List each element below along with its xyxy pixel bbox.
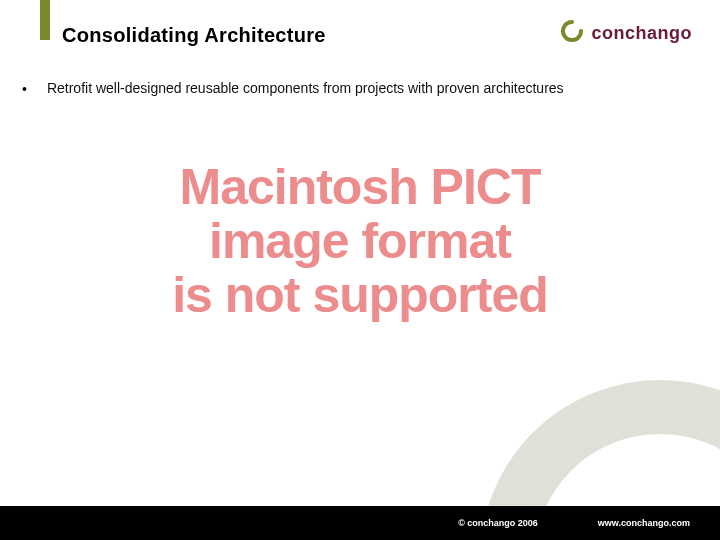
pict-error-line: image format xyxy=(0,214,720,268)
bullet-item: • Retrofit well-designed reusable compon… xyxy=(22,80,564,98)
logo-icon xyxy=(559,20,585,46)
slide: Consolidating Architecture conchango • R… xyxy=(0,0,720,540)
bullet-marker: • xyxy=(22,80,27,98)
footer-copyright: © conchango 2006 xyxy=(458,518,538,528)
logo-text: conchango xyxy=(591,23,692,44)
bullet-text: Retrofit well-designed reusable componen… xyxy=(47,80,564,96)
page-title: Consolidating Architecture xyxy=(62,24,326,47)
logo: conchango xyxy=(559,20,692,46)
pict-error-message: Macintosh PICT image format is not suppo… xyxy=(0,160,720,322)
footer: © conchango 2006 www.conchango.com xyxy=(0,506,720,540)
accent-bar xyxy=(40,0,50,40)
footer-url: www.conchango.com xyxy=(598,518,690,528)
pict-error-line: is not supported xyxy=(0,268,720,322)
pict-error-line: Macintosh PICT xyxy=(0,160,720,214)
